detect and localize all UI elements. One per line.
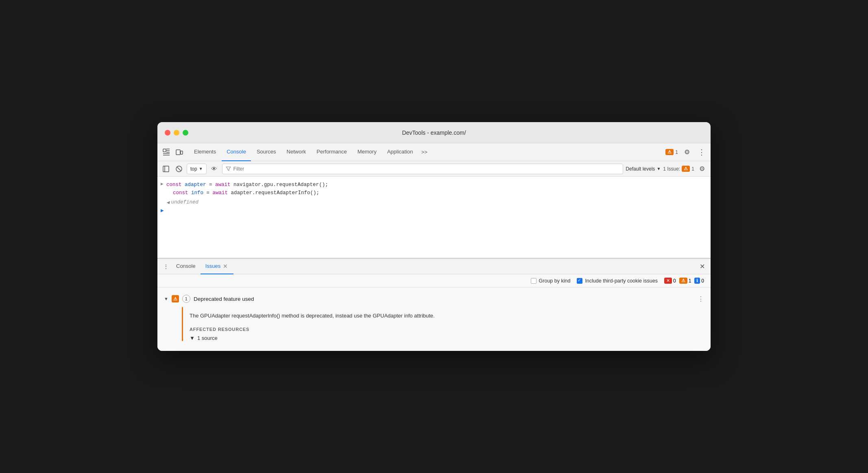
return-line: ◀ undefined — [157, 198, 711, 206]
include-third-party-checkbox[interactable]: Include third-party cookie issues — [577, 278, 658, 284]
include-third-party-checkbox-box[interactable] — [577, 278, 582, 284]
chevron-down-icon: ▼ — [656, 166, 661, 171]
svg-rect-6 — [176, 150, 180, 155]
title-bar: DevTools - example.com/ — [157, 122, 711, 143]
inspect-element-icon[interactable] — [161, 147, 172, 158]
console-settings-icon[interactable]: ⚙ — [697, 164, 707, 174]
error-count-badge: ✕ 0 — [664, 278, 676, 284]
close-button[interactable] — [165, 130, 170, 136]
expand-icon[interactable]: ▶ — [161, 181, 166, 186]
tab-bar: Elements Console Sources Network Perform… — [157, 143, 711, 161]
issue-chevron-icon: ▼ — [164, 296, 168, 301]
console-prompt[interactable]: ▶ — [157, 206, 711, 215]
sidebar-toggle-icon[interactable] — [161, 164, 171, 174]
tab-network[interactable]: Network — [282, 143, 311, 161]
live-expressions-icon[interactable]: 👁 — [209, 164, 220, 174]
panel-tab-bar: ⋮ Console Issues ✕ ✕ — [157, 259, 711, 274]
tab-elements[interactable]: Elements — [189, 143, 221, 161]
return-arrow-icon: ◀ — [166, 199, 170, 206]
svg-rect-8 — [163, 166, 169, 172]
filter-input[interactable] — [233, 166, 620, 172]
tab-sources[interactable]: Sources — [252, 143, 281, 161]
panel-tab-issues[interactable]: Issues ✕ — [201, 259, 234, 274]
svg-rect-7 — [181, 151, 183, 154]
tab-console[interactable]: Console — [222, 143, 251, 161]
issue-title: Deprecated feature used — [194, 296, 694, 302]
info-icon: ℹ — [694, 278, 700, 284]
maximize-button[interactable] — [183, 130, 188, 136]
affected-resources-label: AFFECTED RESOURCES — [190, 327, 704, 332]
svg-rect-0 — [163, 149, 166, 152]
issue-more-icon[interactable]: ⋮ — [698, 295, 704, 303]
issue-body: The GPUAdapter requestAdapterInfo() meth… — [157, 307, 711, 348]
traffic-lights — [165, 130, 188, 136]
issues-toolbar: Group by kind Include third-party cookie… — [157, 274, 711, 287]
more-options-icon[interactable]: ⋮ — [696, 147, 707, 158]
close-panel-button[interactable]: ✕ — [697, 261, 707, 272]
tab-application[interactable]: Application — [382, 143, 418, 161]
warn-count-badge: ⚠ 1 — [679, 278, 691, 284]
issue-badge[interactable]: ⚠ 1 — [665, 149, 678, 155]
issue-content: The GPUAdapter requestAdapterInfo() meth… — [190, 307, 704, 341]
more-tabs-button[interactable]: >> — [419, 147, 430, 158]
source-toggle[interactable]: ▼ 1 source — [190, 335, 704, 341]
group-by-kind-checkbox[interactable]: Group by kind — [531, 278, 571, 284]
tab-bar-icons — [161, 147, 185, 158]
code-block: const adapter = await navigator.gpu.requ… — [166, 181, 707, 197]
chevron-down-icon: ▼ — [199, 166, 203, 171]
source-chevron-icon: ▼ — [190, 335, 195, 341]
issues-count-display[interactable]: 1 Issue: ⚠ 1 — [663, 166, 694, 172]
devtools-window: DevTools - example.com/ — [157, 122, 711, 351]
issue-warn-icon: ⚠ — [172, 295, 179, 302]
default-levels-selector[interactable]: Default levels ▼ — [626, 166, 661, 172]
issues-list: ▼ ⚠ 1 Deprecated feature used ⋮ The GPUA… — [157, 287, 711, 351]
tab-bar-right: ⚠ 1 ⚙ ⋮ — [665, 147, 707, 158]
close-issues-tab-icon[interactable]: ✕ — [222, 263, 229, 269]
console-output: ▶ const adapter = await navigator.gpu.re… — [157, 177, 711, 258]
panel-menu-icon[interactable]: ⋮ — [161, 261, 171, 272]
device-toolbar-icon[interactable] — [174, 147, 185, 158]
clear-console-icon[interactable] — [174, 164, 184, 174]
filter-icon — [226, 166, 231, 171]
code-line-2: const info = await adapter.requestAdapte… — [166, 189, 707, 197]
svg-line-11 — [177, 167, 181, 171]
warn-badge: ⚠ — [665, 149, 674, 155]
tab-performance[interactable]: Performance — [312, 143, 351, 161]
settings-icon[interactable]: ⚙ — [681, 147, 693, 158]
error-icon: ✕ — [664, 278, 672, 284]
window-title: DevTools - example.com/ — [402, 129, 466, 136]
bottom-panel: ⋮ Console Issues ✕ ✕ Group by kind — [157, 258, 711, 351]
group-by-kind-checkbox-box[interactable] — [531, 278, 537, 284]
filter-bar — [222, 164, 624, 174]
issue-header[interactable]: ▼ ⚠ 1 Deprecated feature used ⋮ — [157, 291, 711, 307]
issues-warn-badge: ⚠ — [682, 166, 690, 172]
issue-description: The GPUAdapter requestAdapterInfo() meth… — [190, 307, 704, 327]
minimize-button[interactable] — [174, 130, 179, 136]
console-toolbar: top ▼ 👁 Default levels ▼ 1 Issue: ⚠ 1 ⚙ — [157, 161, 711, 177]
info-count-badge: ℹ 0 — [694, 278, 704, 284]
tab-memory[interactable]: Memory — [353, 143, 382, 161]
devtools-panel: Elements Console Sources Network Perform… — [157, 143, 711, 351]
console-entry-code: ▶ const adapter = await navigator.gpu.re… — [157, 180, 711, 198]
code-line-1: const adapter = await navigator.gpu.requ… — [166, 181, 707, 189]
issue-accent-bar — [182, 307, 183, 341]
warn-icon: ⚠ — [679, 278, 687, 284]
issues-counts: ✕ 0 ⚠ 1 ℹ 0 — [664, 278, 704, 284]
prompt-symbol: ▶ — [161, 207, 164, 214]
context-selector[interactable]: top ▼ — [187, 164, 207, 174]
panel-tab-console[interactable]: Console — [171, 259, 201, 274]
issue-count-circle: 1 — [182, 295, 190, 303]
